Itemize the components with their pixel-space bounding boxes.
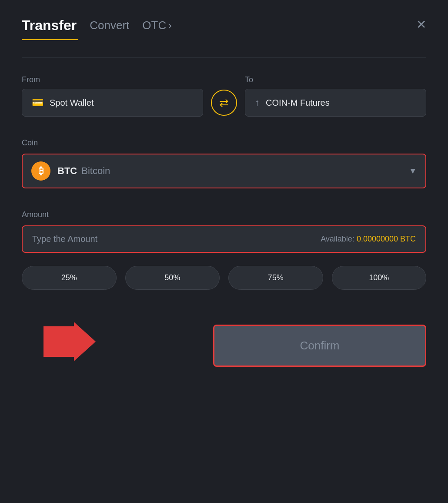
otc-chevron-icon: › [168,19,172,32]
amount-input[interactable] [32,234,321,244]
confirm-button[interactable]: Confirm [213,325,426,367]
modal-header: Transfer Convert OTC › ✕ [22,17,426,34]
from-wallet-selector[interactable]: 💳 Spot Wallet [22,89,203,117]
active-tab-underline [22,39,78,40]
percent-100-button[interactable]: 100% [332,266,427,290]
wallet-card-icon: 💳 [32,97,43,108]
transfer-modal: Transfer Convert OTC › ✕ From To 💳 Spot … [0,0,448,503]
available-balance: Available: 0.00000000 BTC [321,235,416,244]
coin-selector-dropdown[interactable]: ₿ BTC Bitcoin ▼ [22,154,426,188]
coin-symbol: BTC [57,165,77,177]
swap-arrows-icon: ⇄ [219,96,229,110]
arrow-indicator [43,322,96,369]
percent-row: 25% 50% 75% 100% [22,266,426,290]
to-label: To [245,75,426,84]
coin-section: Coin ₿ BTC Bitcoin ▼ [22,138,426,188]
from-to-labels: From To [22,75,426,84]
amount-section-label: Amount [22,210,426,219]
available-amount-value: 0.00000000 BTC [357,235,416,243]
tab-transfer[interactable]: Transfer [22,17,77,34]
percent-75-button[interactable]: 75% [228,266,323,290]
btc-coin-icon: ₿ [31,161,50,181]
header-divider [22,57,426,58]
futures-arrow-icon: ↑ [255,97,260,108]
swap-button[interactable]: ⇄ [211,90,237,116]
percent-50-button[interactable]: 50% [125,266,220,290]
from-label: From [22,75,203,84]
coin-chevron-down-icon: ▼ [409,167,417,176]
svg-marker-0 [43,322,96,361]
red-arrow-icon [43,322,96,361]
close-button[interactable]: ✕ [416,17,426,32]
tab-convert[interactable]: Convert [90,19,129,32]
tab-otc[interactable]: OTC › [142,19,172,32]
percent-25-button[interactable]: 25% [22,266,117,290]
coin-fullname: Bitcoin [81,165,110,177]
wallet-row: 💳 Spot Wallet ⇄ ↑ COIN-M Futures [22,89,426,117]
to-wallet-label: COIN-M Futures [266,98,330,108]
coin-section-label: Coin [22,138,426,148]
bottom-section: Confirm [22,325,426,367]
from-wallet-label: Spot Wallet [50,98,94,108]
amount-section: Amount Available: 0.00000000 BTC [22,210,426,253]
amount-input-box: Available: 0.00000000 BTC [22,225,426,253]
to-wallet-selector[interactable]: ↑ COIN-M Futures [245,89,426,117]
